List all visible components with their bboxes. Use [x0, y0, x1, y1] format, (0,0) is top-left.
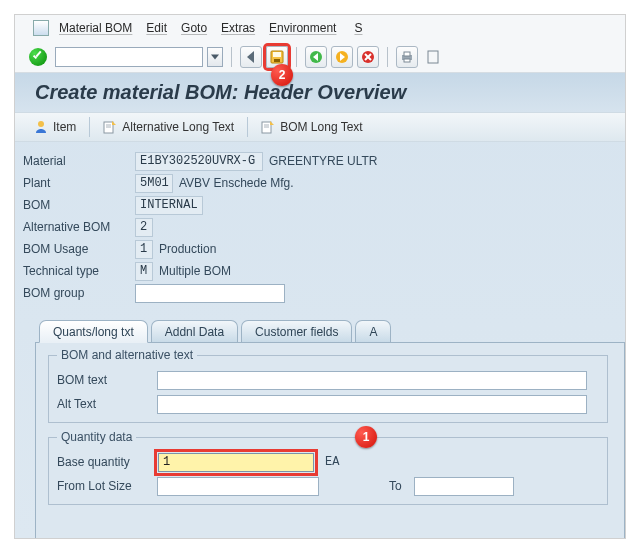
from-lot-label: From Lot Size — [57, 479, 157, 493]
svg-rect-3 — [273, 52, 281, 57]
pencil-paper-icon — [103, 120, 117, 134]
back-button[interactable] — [240, 46, 262, 68]
separator — [231, 47, 232, 67]
enter-icon[interactable] — [29, 48, 47, 66]
bom-long-text-label: BOM Long Text — [280, 120, 363, 134]
svg-rect-14 — [404, 59, 410, 62]
base-qty-input[interactable] — [158, 453, 314, 472]
group-legend: Quantity data — [57, 430, 136, 444]
content-area: Create material BOM: Header Overview Ite… — [15, 73, 625, 538]
bom-value: INTERNAL — [135, 196, 203, 215]
group-legend: BOM and alternative text — [57, 348, 197, 362]
bomgroup-label: BOM group — [23, 286, 135, 300]
techtype-value: M — [135, 262, 153, 281]
svg-rect-15 — [428, 51, 438, 63]
menu-goto[interactable]: Goto — [181, 21, 207, 35]
item-label: Item — [53, 120, 76, 134]
system-menu-icon[interactable] — [33, 20, 49, 36]
app-toolbar: Item Alternative Long Text BOM Long Text — [15, 112, 625, 142]
menu-material-bom[interactable]: Material BOM — [59, 21, 132, 35]
svg-marker-0 — [211, 54, 219, 59]
command-field[interactable] — [55, 47, 203, 67]
toolbar-more-icon[interactable] — [422, 46, 444, 68]
exit-button[interactable] — [331, 46, 353, 68]
item-button[interactable]: Item — [25, 116, 85, 138]
to-lot-input[interactable] — [414, 477, 514, 496]
bom-label: BOM — [23, 198, 135, 212]
page-title: Create material BOM: Header Overview — [15, 73, 625, 112]
plant-value: 5M01 — [135, 174, 173, 193]
step-badge-2: 2 — [271, 64, 293, 86]
techtype-label: Technical type — [23, 264, 135, 278]
separator — [89, 117, 90, 137]
tab-addnl-data[interactable]: Addnl Data — [151, 320, 238, 342]
svg-marker-20 — [112, 121, 116, 125]
tab-quants-long-txt[interactable]: Quants/long txt — [39, 320, 148, 343]
cancel-button[interactable] — [357, 46, 379, 68]
bom-long-text-button[interactable]: BOM Long Text — [252, 116, 372, 138]
base-qty-unit: EA — [325, 455, 339, 469]
usage-desc: Production — [159, 242, 216, 256]
step-badge-1: 1 — [355, 426, 377, 448]
plant-label: Plant — [23, 176, 135, 190]
techtype-desc: Multiple BOM — [159, 264, 231, 278]
separator — [247, 117, 248, 137]
to-label: To — [389, 479, 402, 493]
alt-long-text-label: Alternative Long Text — [122, 120, 234, 134]
group-bom-alt-text: BOM and alternative text BOM text Alt Te… — [48, 355, 608, 423]
alt-text-label: Alt Text — [57, 397, 157, 411]
header-fields: Material E1BY302520UVRX-G GREENTYRE ULTR… — [15, 142, 625, 308]
usage-value: 1 — [135, 240, 153, 259]
bomgroup-input[interactable] — [135, 284, 285, 303]
sap-window: Material BOM Edit Goto Extras Environmen… — [14, 14, 626, 539]
command-dropdown[interactable] — [207, 47, 223, 67]
group-quantity-data: Quantity data 1 Base quantity EA From Lo… — [48, 437, 608, 505]
from-lot-input[interactable] — [157, 477, 319, 496]
menu-edit[interactable]: Edit — [146, 21, 167, 35]
separator — [296, 47, 297, 67]
pencil-paper-icon — [261, 120, 275, 134]
material-label: Material — [23, 154, 135, 168]
material-desc: GREENTYRE ULTR — [269, 154, 377, 168]
alt-text-input[interactable] — [157, 395, 587, 414]
menu-bar: Material BOM Edit Goto Extras Environmen… — [15, 15, 625, 41]
svg-rect-4 — [274, 59, 280, 62]
menu-extras[interactable]: Extras — [221, 21, 255, 35]
menu-overflow[interactable]: S — [354, 21, 362, 35]
base-qty-label: Base quantity — [57, 455, 157, 469]
bom-text-input[interactable] — [157, 371, 587, 390]
bom-text-label: BOM text — [57, 373, 157, 387]
svg-point-16 — [38, 121, 44, 127]
separator — [387, 47, 388, 67]
svg-marker-1 — [247, 51, 254, 63]
nav-back-button[interactable] — [305, 46, 327, 68]
alt-long-text-button[interactable]: Alternative Long Text — [94, 116, 243, 138]
menu-environment[interactable]: Environment — [269, 21, 336, 35]
svg-rect-13 — [404, 52, 410, 56]
usage-label: BOM Usage — [23, 242, 135, 256]
base-qty-highlight — [157, 452, 315, 473]
tab-customer-fields[interactable]: Customer fields — [241, 320, 352, 342]
tabstrip: Quants/long txt Addnl Data Customer fiel… — [35, 316, 625, 342]
altbom-value: 2 — [135, 218, 153, 237]
material-value: E1BY302520UVRX-G — [135, 152, 263, 171]
standard-toolbar: 2 — [15, 41, 625, 73]
tab-panel: BOM and alternative text BOM text Alt Te… — [35, 342, 625, 538]
tab-overflow[interactable]: A — [355, 320, 391, 342]
plant-desc: AVBV Enschede Mfg. — [179, 176, 294, 190]
print-button[interactable] — [396, 46, 418, 68]
person-icon — [34, 120, 48, 134]
altbom-label: Alternative BOM — [23, 220, 135, 234]
